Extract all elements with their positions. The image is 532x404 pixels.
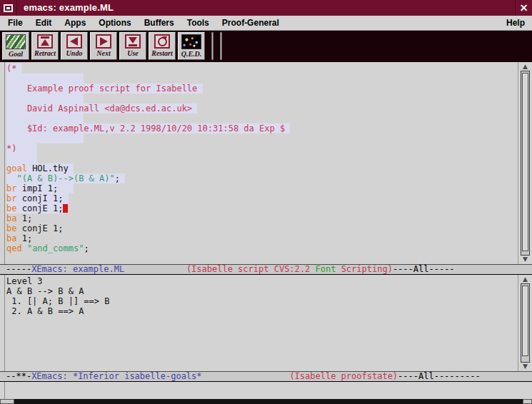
goals-line: A & B --> B & A (6, 286, 518, 296)
script-line[interactable]: ba 1; (6, 213, 518, 223)
window-title: emacs: example.ML (17, 0, 515, 16)
left-gutter (0, 382, 5, 399)
menu-item-proof-general[interactable]: Proof-General (216, 18, 286, 28)
modeline-segment: XEmacs: *Inferior isabelle-goals* (31, 371, 201, 381)
modeline-segment: ----All--------- (398, 371, 481, 381)
menu-item-apps[interactable]: Apps (58, 18, 92, 28)
retract-up-arrow-icon (37, 34, 53, 49)
toolbar-button-label: Use (127, 49, 139, 58)
goals-buffer-text[interactable]: Level 3A & B --> B & A 1. [| A; B |] ==>… (5, 275, 518, 371)
toolbar-buttons: GoalRetractUndoNextUseRestartQ.E.D. (2, 32, 205, 60)
toolbar-separator (211, 32, 214, 60)
modeline-segment: (Isabelle script CVS:2.2 (186, 264, 316, 274)
script-scrollbar[interactable]: ▲ ▼ (518, 62, 532, 264)
emacs-frame: emacs: example.ML ✕ FileEditAppsOptionsB… (0, 0, 532, 404)
left-gutter (0, 62, 5, 264)
window-titlebar: emacs: example.ML ✕ (0, 0, 532, 16)
modeline-segment: Scripting) (336, 264, 392, 274)
menubar: FileEditAppsOptionsBuffersToolsProof-Gen… (0, 16, 532, 31)
modeline-script: -----XEmacs: example.ML (Isabelle script… (0, 264, 532, 275)
toolbar-button-label: Goal (9, 50, 23, 59)
next-right-arrow-icon (96, 34, 111, 49)
script-line[interactable]: br conjI 1; (6, 193, 518, 203)
undo-left-arrow-icon (66, 34, 82, 49)
modeline-segment (202, 371, 290, 381)
script-line[interactable]: goal HOL.thy (6, 163, 518, 173)
menubar-items: FileEditAppsOptionsBuffersToolsProof-Gen… (1, 18, 286, 28)
use-down-arrow-icon (125, 34, 141, 49)
window-system-menu-icon[interactable] (0, 0, 17, 16)
script-line[interactable]: *) (6, 143, 518, 153)
toolbar-button-restart[interactable]: Restart (149, 32, 176, 60)
menu-item-file[interactable]: File (1, 18, 29, 28)
script-line[interactable]: ba 1; (6, 233, 518, 243)
script-line[interactable]: $Id: example.ML,v 2.2 1998/10/20 10:31:5… (6, 123, 518, 133)
scrollbar-track[interactable] (521, 71, 530, 256)
left-gutter (0, 275, 5, 371)
toolbar-button-label: Next (96, 49, 110, 58)
proof-general-toolbar: GoalRetractUndoNextUseRestartQ.E.D. (0, 31, 532, 62)
menu-item-edit[interactable]: Edit (29, 18, 59, 28)
script-window: (* Example proof script for Isabelle Dav… (0, 62, 532, 264)
minibuffer[interactable] (0, 382, 532, 399)
scrollbar-thumb[interactable] (522, 73, 528, 251)
modeline-segment: XEmacs: example.ML (31, 264, 124, 274)
script-line[interactable]: qed "and_comms"; (6, 243, 518, 253)
script-line[interactable] (6, 133, 518, 143)
script-line[interactable]: "(A & B)-->(B & A)"; (6, 173, 518, 183)
toolbar-button-next[interactable]: Next (90, 32, 117, 60)
text-cursor (63, 204, 68, 213)
toolbar-button-retract[interactable]: Retract (31, 32, 59, 60)
toolbar-button-undo[interactable]: Undo (61, 32, 88, 60)
menu-item-tools[interactable]: Tools (181, 18, 216, 28)
goals-line: 1. [| A; B |] ==> B (6, 296, 518, 306)
script-line[interactable] (6, 94, 518, 103)
scroll-up-icon[interactable]: ▲ (520, 276, 531, 283)
modeline-goals: --**-XEmacs: *Inferior isabelle-goals* (… (0, 371, 532, 382)
toolbar-button-q-e-d[interactable]: Q.E.D. (178, 32, 205, 60)
scroll-down-icon[interactable]: ▼ (520, 256, 531, 263)
modeline-segment: ----- (6, 264, 31, 274)
resize-grip[interactable] (0, 399, 14, 404)
scroll-down-icon[interactable]: ▼ (520, 363, 531, 370)
toolbar-button-label: Undo (66, 49, 83, 58)
restart-circle-arrow-icon (154, 34, 170, 49)
script-line[interactable]: be conjE 1; (6, 203, 518, 213)
script-line[interactable]: Example proof script for Isabelle (6, 84, 518, 94)
toolbar-button-label: Retract (34, 49, 56, 58)
scrollbar-track[interactable] (521, 283, 530, 363)
toolbar-button-use[interactable]: Use (119, 32, 146, 60)
goals-line: Level 3 (6, 276, 518, 286)
toolbar-button-label: Q.E.D. (181, 50, 202, 59)
scroll-up-icon[interactable]: ▲ (520, 63, 531, 71)
script-line[interactable]: David Aspinall <da@dcs.ed.ac.uk> (6, 103, 518, 113)
menu-item-buffers[interactable]: Buffers (138, 18, 181, 28)
script-line[interactable]: (* (6, 64, 518, 74)
menu-item-help[interactable]: Help (503, 18, 528, 28)
script-line[interactable]: be conjE 1; (6, 223, 518, 233)
script-line[interactable] (6, 74, 518, 84)
menu-item-options[interactable]: Options (92, 18, 137, 28)
script-line[interactable]: br impI 1; (6, 183, 518, 193)
resize-grip[interactable] (523, 399, 532, 404)
script-line[interactable] (6, 113, 518, 123)
goals-line: 2. A & B ==> A (6, 306, 518, 316)
modeline-segment: Font (316, 264, 336, 274)
frame-bottom-border (0, 399, 532, 404)
window-close-button[interactable]: ✕ (515, 0, 532, 16)
goal-script-image-icon (6, 34, 26, 49)
script-buffer-text[interactable]: (* Example proof script for Isabelle Dav… (5, 62, 518, 264)
modeline-segment: (Isabelle proofstate) (289, 371, 398, 381)
toolbar-button-goal[interactable]: Goal (2, 32, 29, 60)
modeline-segment: ----All----- (393, 264, 455, 274)
script-line[interactable] (6, 153, 518, 163)
toolbar-separator (220, 32, 222, 60)
scrollbar-thumb[interactable] (522, 286, 528, 356)
goals-window: Level 3A & B --> B & A 1. [| A; B |] ==>… (0, 275, 532, 371)
modeline-segment: --**- (6, 371, 31, 381)
modeline-segment (124, 264, 186, 274)
toolbar-button-label: Restart (151, 49, 172, 58)
qed-starry-image-icon (181, 34, 201, 49)
goals-scrollbar[interactable]: ▲ ▼ (518, 275, 532, 371)
